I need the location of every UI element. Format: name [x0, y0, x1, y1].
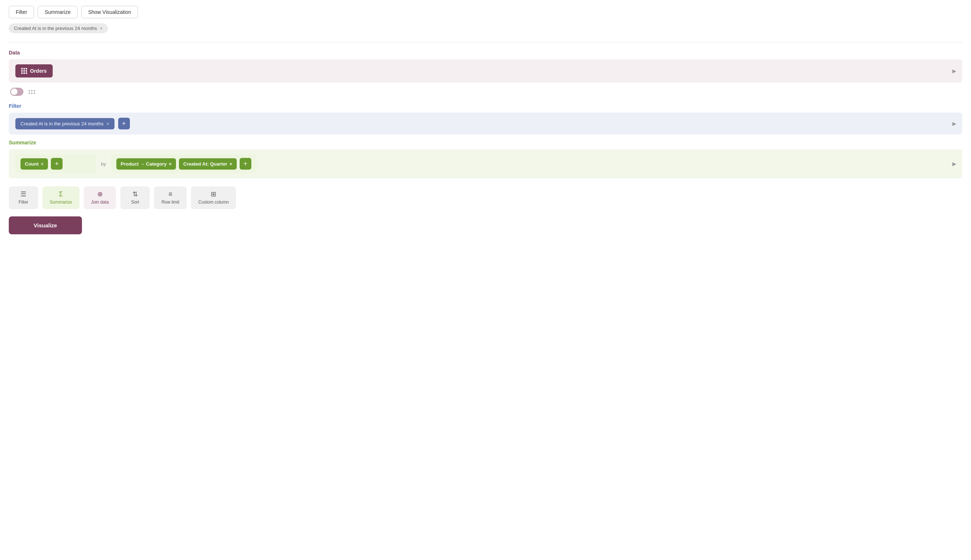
row-limit-button[interactable]: ≡ Row limit [154, 187, 187, 209]
filter-action-button[interactable]: ☰ Filter [9, 187, 38, 209]
header-filter-chip-text: Created At is in the previous 24 months [14, 26, 97, 31]
summarize-right: Product → Category × Created At: Quarter… [111, 154, 256, 173]
filter-action-label: Filter [18, 200, 28, 205]
created-close[interactable]: × [229, 161, 232, 167]
header-filter-chip-close[interactable]: × [100, 26, 103, 31]
summarize-toolbar-button[interactable]: Summarize [38, 6, 78, 18]
add-filter-button[interactable]: + [118, 118, 130, 129]
join-data-label: Join data [91, 200, 109, 205]
summarize-section: Summarize Count × + by Product → Categor… [9, 140, 962, 178]
grid-icon [21, 68, 27, 74]
show-visualization-button[interactable]: Show Visualization [81, 6, 138, 18]
row-limit-label: Row limit [161, 200, 179, 205]
by-text: by [101, 161, 106, 167]
action-buttons-row: ☰ Filter Σ Summarize ⊕ Join data ⇅ Sort … [9, 187, 962, 209]
add-metric-button[interactable]: + [51, 158, 63, 170]
summarize-action-button[interactable]: Σ Summarize [42, 187, 79, 209]
product-close[interactable]: × [169, 161, 172, 167]
join-data-button[interactable]: ⊕ Join data [84, 187, 116, 209]
filter-icon: ☰ [20, 191, 26, 197]
filter-section-label: Filter [9, 103, 962, 109]
created-at-label: Created At: Quarter [183, 161, 227, 167]
add-group-button[interactable]: + [240, 158, 251, 170]
summarize-action-label: Summarize [50, 200, 72, 205]
row-limit-icon: ≡ [168, 191, 172, 197]
join-icon: ⊕ [97, 191, 103, 197]
header-filter-chip: Created At is in the previous 24 months … [9, 23, 108, 33]
data-card: Orders ▶ [9, 59, 962, 83]
summarize-card-arrow: ▶ [953, 161, 956, 167]
filter-card-arrow: ▶ [953, 121, 956, 127]
filter-chip[interactable]: Created At is in the previous 24 months … [15, 118, 115, 129]
created-at-quarter-chip[interactable]: Created At: Quarter × [179, 158, 237, 170]
toggle-switch[interactable] [10, 88, 23, 96]
sort-button[interactable]: ⇅ Sort [120, 187, 150, 209]
filter-chip-close[interactable]: × [107, 121, 109, 127]
summarize-left: Count × + [15, 154, 96, 173]
orders-label: Orders [30, 68, 47, 74]
orders-button[interactable]: Orders [15, 64, 53, 77]
summarize-row: Count × + by Product → Category × Create… [15, 154, 256, 173]
filter-toolbar-button[interactable]: Filter [9, 6, 34, 18]
summarize-card: Count × + by Product → Category × Create… [9, 149, 962, 178]
product-category-chip[interactable]: Product → Category × [116, 158, 176, 170]
toolbar: Filter Summarize Show Visualization [9, 6, 962, 18]
filter-chip-text: Created At is in the previous 24 months [20, 121, 104, 127]
visualize-button[interactable]: Visualize [9, 217, 82, 234]
custom-column-icon: ⊞ [211, 191, 216, 197]
custom-column-label: Custom column [198, 200, 229, 205]
data-section-label: Data [9, 50, 962, 55]
sort-icon: ⇅ [132, 191, 138, 197]
data-card-arrow: ▶ [953, 68, 956, 74]
summarize-icon: Σ [59, 191, 63, 197]
header-divider [9, 42, 962, 42]
count-chip[interactable]: Count × [20, 158, 48, 170]
custom-column-button[interactable]: ⊞ Custom column [191, 187, 236, 209]
filter-card: Created At is in the previous 24 months … [9, 113, 962, 135]
product-category-label: Product → Category [121, 161, 167, 167]
filter-section: Filter Created At is in the previous 24 … [9, 103, 962, 135]
summarize-section-label: Summarize [9, 140, 962, 145]
toggle-row [9, 88, 962, 96]
sort-label: Sort [131, 200, 139, 205]
count-close[interactable]: × [41, 161, 44, 167]
data-section: Data Orders ▶ [9, 50, 962, 83]
count-label: Count [25, 161, 39, 167]
dots-icon[interactable] [28, 90, 35, 94]
